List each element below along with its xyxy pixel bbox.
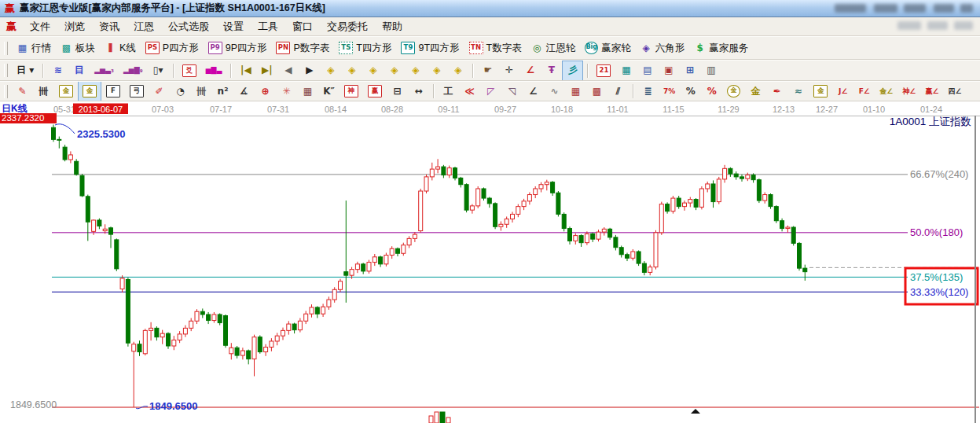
ruler-123-tool[interactable]: ⊟ <box>387 81 408 101</box>
zoom-in-diamond-button[interactable]: ◈ <box>384 61 405 81</box>
t-square-button[interactable]: TST四方形 <box>334 38 396 58</box>
save-button[interactable]: ▣ <box>658 61 679 81</box>
grid-block-tool[interactable]: ▦ <box>565 81 586 101</box>
export-chart-button[interactable]: ⊞ <box>679 61 700 81</box>
menu-browse[interactable]: 浏览 <box>57 17 92 36</box>
menu-gann[interactable]: 江恩 <box>127 17 161 36</box>
crosshair-tool[interactable]: ✛ <box>498 61 519 81</box>
winner-wheel-button[interactable]: Big赢家轮 <box>580 38 636 58</box>
tb3-grip[interactable] <box>4 64 8 77</box>
fan-box-tool[interactable]: ◸ <box>480 81 501 101</box>
scale-ruler-tool[interactable]: ≣ <box>637 81 659 101</box>
menu-window[interactable]: 窗口 <box>285 17 320 36</box>
j-angle-tool[interactable]: J∠ <box>832 81 853 101</box>
compress-all-diamond-button[interactable]: ◈ <box>447 61 468 81</box>
web-square-tool[interactable]: ▦ <box>297 81 318 101</box>
n2-grid-tool[interactable]: n² <box>212 81 233 101</box>
shrink-left-diamond-button[interactable]: ◈ <box>320 61 341 81</box>
parallel-lines-tool[interactable]: ⫽ <box>607 81 629 101</box>
angle-ruler-tool[interactable]: ∡ <box>233 81 255 101</box>
grid-tool[interactable]: 卌 <box>33 81 54 101</box>
expand-horizontal-diamond-button[interactable]: ◈ <box>362 61 384 81</box>
gann-wheel-button[interactable]: ◎江恩轮 <box>527 38 581 58</box>
quotes-button[interactable]: ▦行情 <box>12 38 56 58</box>
calculator-button[interactable]: ▦ <box>615 61 637 81</box>
candle-style-dropdown[interactable]: ▯▾ <box>148 61 169 81</box>
gold-angle-tool[interactable]: 金∠ <box>875 81 897 101</box>
shen-grid-tool[interactable]: 神 <box>340 81 363 101</box>
bow-grid-tool[interactable]: 弓 <box>125 81 149 101</box>
menu-help[interactable]: 帮助 <box>375 17 409 36</box>
gold-grid-tool[interactable]: 金 <box>54 81 78 101</box>
grid-block-2-tool[interactable]: ▩ <box>586 81 607 101</box>
f-grid-tool[interactable]: F <box>101 81 125 101</box>
angle-measure-tool[interactable]: ∠ <box>519 61 541 81</box>
9t-square-button[interactable]: T99T四方形 <box>396 38 464 58</box>
tb2-grip[interactable] <box>4 42 8 55</box>
percent-tool[interactable]: % <box>680 81 701 101</box>
p-number-table-button[interactable]: PNP数字表 <box>271 38 334 58</box>
ying-angle-tool[interactable]: 赢∠ <box>920 81 943 101</box>
wave-channel-tool[interactable]: ≈ <box>787 81 809 101</box>
t-number-table-button[interactable]: TNT数字表 <box>464 38 527 58</box>
kline-button[interactable]: ⫼K线 <box>100 38 141 58</box>
f-angle-tool[interactable]: F∠ <box>853 81 875 101</box>
trend-line-tool[interactable]: ∠ <box>523 81 544 101</box>
first-bar-button[interactable]: |◀ <box>235 61 256 81</box>
child-window-icon[interactable]: 赢 <box>6 20 17 34</box>
last-bar-button[interactable]: ▶| <box>256 61 277 81</box>
zigzag-wave-tool[interactable]: ∿ <box>544 81 565 101</box>
brush-tool[interactable]: ✐ <box>149 81 170 101</box>
print-button[interactable]: ▥ <box>700 61 721 81</box>
gold-grid-2-tool[interactable]: 金 <box>78 81 101 101</box>
period-dropdown[interactable]: 日 ▾ <box>12 61 39 81</box>
notepad-button[interactable]: ▤ <box>637 61 658 81</box>
menu-tools[interactable]: 工具 <box>251 17 285 36</box>
menu-file[interactable]: 文件 <box>23 17 57 36</box>
menu-formula-stock-pick[interactable]: 公式选股 <box>161 17 216 36</box>
expand-all-diamond-button[interactable]: ◈ <box>426 61 447 81</box>
hexagon-button[interactable]: ◈六角形 <box>636 38 690 58</box>
fan-box-dark-tool[interactable]: ◹ <box>501 81 523 101</box>
menu-trade-entrust[interactable]: 交易委托 <box>320 17 375 36</box>
p-square-button[interactable]: PSP四方形 <box>141 38 204 58</box>
mountain-9-icon[interactable]: ▂▅▇₉ <box>119 61 148 81</box>
shrink-right-diamond-button[interactable]: ◈ <box>341 61 362 81</box>
menu-news[interactable]: 资讯 <box>92 17 127 36</box>
9p-square-button[interactable]: P99P四方形 <box>204 38 272 58</box>
zigzag-icon[interactable]: ≋ <box>47 61 68 81</box>
clock-grid-tool[interactable]: ◔ <box>170 81 191 101</box>
fan-lines-tool[interactable]: ≪ <box>459 81 480 101</box>
prev-bar-button[interactable]: ◀ <box>277 61 299 81</box>
calendar-button[interactable]: 21 <box>592 61 615 81</box>
zoom-out-diamond-button[interactable]: ◈ <box>405 61 426 81</box>
gold-circle-tool[interactable]: 金 <box>722 81 745 101</box>
menu-settings[interactable]: 设置 <box>216 17 251 36</box>
gann-tool[interactable]: Ŧ <box>541 61 562 81</box>
next-bar-button[interactable]: ▶ <box>299 61 320 81</box>
shen-angle-tool[interactable]: 神∠ <box>897 81 920 101</box>
percent-slash-tool[interactable]: 7% <box>659 81 680 101</box>
candlestick-chart[interactable]: 05-312013-06-0707-0307-1707-3108-1408-28… <box>0 101 980 423</box>
hand-pan-tool[interactable]: ☛ <box>477 61 498 81</box>
histogram-icon[interactable]: ▅▇▃ <box>201 61 227 81</box>
ying-grid-tool[interactable]: 赢 <box>363 81 387 101</box>
spiderweb-tool[interactable]: ✳ <box>276 81 297 101</box>
gold-box-2-tool[interactable]: 金 <box>809 81 832 101</box>
chip-distribution-icon[interactable]: 爻 <box>178 61 201 81</box>
pencil-tool[interactable]: ✎ <box>12 81 33 101</box>
ink-brush-tool[interactable]: ✒ <box>766 81 787 101</box>
info-note-icon[interactable]: 目 <box>68 61 90 81</box>
candlestick-chart-pane[interactable]: 日K线 2337.2320 1A0001 上证指数 1849.6500 05-3… <box>0 101 980 423</box>
si-angle-tool[interactable]: 四∠ <box>944 81 967 101</box>
mountain-3-icon[interactable]: ▂▅▃₃ <box>90 61 119 81</box>
percent-line-tool[interactable]: % <box>701 81 722 101</box>
gann-box-tool[interactable]: 工 <box>438 81 459 101</box>
width-measure-tool[interactable]: ↔ <box>408 81 429 101</box>
tb4-grip[interactable] <box>4 85 8 98</box>
sectors-button[interactable]: ▩板块 <box>56 38 100 58</box>
hash-grid-tool[interactable]: 卌 <box>191 81 212 101</box>
compass-target-tool[interactable]: ⊕ <box>255 81 276 101</box>
winner-service-button[interactable]: $赢家服务 <box>689 38 753 58</box>
gold-line-tool[interactable]: 金 <box>745 81 766 101</box>
